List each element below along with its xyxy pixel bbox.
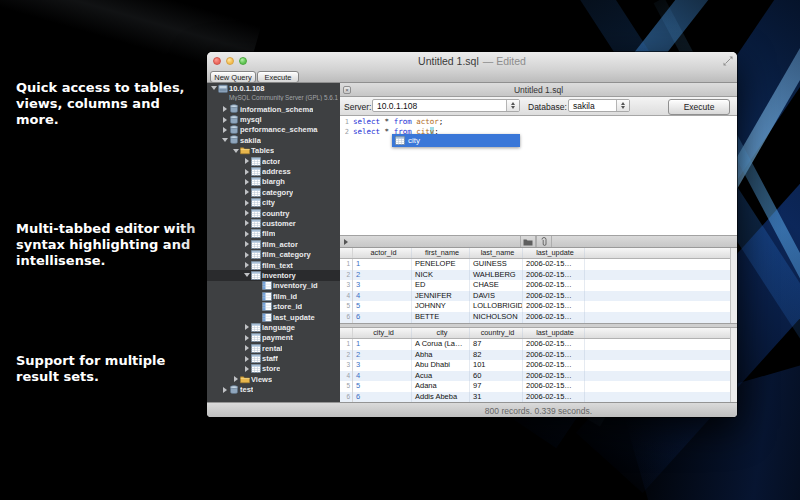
disclosure-triangle[interactable] [243, 365, 251, 373]
disclosure-triangle[interactable] [221, 386, 229, 394]
execute-toolbar-button[interactable]: Execute [257, 71, 299, 83]
table-row[interactable]: 11A Corua (La…872006-02-15… [340, 339, 730, 350]
disclosure-triangle[interactable] [243, 219, 251, 227]
editor-tab-bar[interactable]: × Untitled 1.sql [340, 83, 737, 97]
tree-item-inventory[interactable]: inventory [207, 270, 340, 280]
disclosure-triangle[interactable] [243, 209, 251, 217]
disclosure-triangle[interactable] [243, 230, 251, 238]
column-header-last_update[interactable]: last_update [523, 248, 585, 258]
status-text: 800 records. 0.339 seconds. [340, 406, 737, 416]
table-row[interactable]: 33Abu Dhabi1012006-02-15… [340, 360, 730, 371]
paperclip-icon[interactable] [536, 236, 552, 247]
title-bar[interactable]: Untitled 1.sql — Edited [207, 52, 737, 70]
tab-close-icon[interactable]: × [343, 86, 351, 94]
table-icon [251, 271, 262, 280]
disclosure-triangle[interactable] [221, 136, 229, 144]
autocomplete-item-city[interactable]: city [392, 134, 520, 147]
tree-item-payment[interactable]: payment [207, 333, 340, 343]
disclosure-triangle[interactable] [243, 178, 251, 186]
table-row[interactable]: 44Acua602006-02-15… [340, 371, 730, 382]
disclosure-triangle[interactable] [243, 157, 251, 165]
table-row[interactable]: 66Addis Abeba312006-02-15… [340, 392, 730, 403]
table-row[interactable]: 55Adana972006-02-15… [340, 381, 730, 392]
tree-item-rental[interactable]: rental [207, 343, 340, 353]
fullscreen-icon[interactable] [723, 56, 733, 66]
table-row[interactable]: 44JENNIFERDAVIS2006-02-15… [340, 291, 730, 302]
column-header-city[interactable]: city [412, 328, 470, 338]
tree-item-Tables[interactable]: Tables [207, 146, 340, 156]
disclosure-triangle[interactable] [243, 188, 251, 196]
results-disclosure-triangle[interactable] [344, 239, 348, 245]
disclosure-triangle[interactable] [221, 126, 229, 134]
line-number: 2 [340, 128, 349, 138]
tree-item-film[interactable]: film [207, 229, 340, 239]
disclosure-triangle[interactable] [243, 355, 251, 363]
server-select[interactable]: 10.0.1.108 [372, 99, 520, 112]
tree-item-store[interactable]: store [207, 364, 340, 374]
tree-item-sakila[interactable]: sakila [207, 135, 340, 145]
tree-item-mysql[interactable]: mysql [207, 114, 340, 124]
tree-item-label: city [262, 198, 275, 207]
column-header-city_id[interactable]: city_id [353, 328, 412, 338]
disclosure-triangle[interactable] [232, 375, 240, 383]
tree-item-subtitle: MySQL Community Server (GPL) 5.6.1 [229, 94, 338, 101]
column-header-last_update[interactable]: last_update [523, 328, 585, 338]
tree-item-staff[interactable]: staff [207, 353, 340, 363]
table-row[interactable]: 11PENELOPEGUINESS2006-02-15… [340, 259, 730, 270]
tree-item-city[interactable]: city [207, 198, 340, 208]
table-row[interactable]: 33EDCHASE2006-02-15… [340, 280, 730, 291]
zoom-window-button[interactable] [239, 57, 247, 65]
disclosure-triangle[interactable] [243, 334, 251, 342]
new-query-button[interactable]: New Query [210, 71, 256, 83]
tree-item-information_schema[interactable]: information_schema [207, 104, 340, 114]
disclosure-triangle[interactable] [243, 168, 251, 176]
tree-item-actor[interactable]: actor [207, 156, 340, 166]
minimize-window-button[interactable] [226, 57, 234, 65]
table-cell: 2006-02-15… [523, 259, 585, 270]
table-cell: Addis Abeba [412, 392, 470, 403]
column-header-last_name[interactable]: last_name [470, 248, 523, 258]
tree-item-performance_schema[interactable]: performance_schema [207, 125, 340, 135]
tree-item-test[interactable]: test [207, 385, 340, 395]
disclosure-triangle[interactable] [243, 240, 251, 248]
disclosure-triangle[interactable] [243, 323, 251, 331]
table-cell: LOLLOBRIGIDA [470, 301, 523, 312]
tree-item-Views[interactable]: Views [207, 374, 340, 384]
column-header-actor_id[interactable]: actor_id [353, 248, 412, 258]
execute-query-button[interactable]: Execute [668, 99, 730, 115]
tree-item-film_text[interactable]: film_text [207, 260, 340, 270]
tree-item-category[interactable]: category [207, 187, 340, 197]
table-row[interactable]: 55JOHNNYLOLLOBRIGIDA2006-02-15… [340, 301, 730, 312]
tree-item-inventory_id[interactable]: inventory_id [207, 281, 340, 291]
tree-item-customer[interactable]: customer [207, 218, 340, 228]
export-folder-icon[interactable] [520, 236, 536, 247]
disclosure-triangle[interactable] [243, 271, 251, 279]
tree-item-10.0.1.108[interactable]: 10.0.1.108MySQL Community Server (GPL) 5… [207, 83, 340, 104]
table-row[interactable]: 66BETTENICHOLSON2006-02-15… [340, 312, 730, 323]
disclosure-triangle[interactable] [243, 261, 251, 269]
close-window-button[interactable] [213, 57, 221, 65]
disclosure-triangle[interactable] [243, 251, 251, 259]
tree-item-country[interactable]: country [207, 208, 340, 218]
tree-item-last_update[interactable]: last_update [207, 312, 340, 322]
disclosure-triangle[interactable] [243, 344, 251, 352]
table-row[interactable]: 22NICKWAHLBERG2006-02-15… [340, 270, 730, 281]
disclosure-triangle[interactable] [221, 105, 229, 113]
tree-item-store_id[interactable]: store_id [207, 301, 340, 311]
disclosure-triangle[interactable] [210, 84, 218, 92]
tree-item-language[interactable]: language [207, 322, 340, 332]
tree-item-blargh[interactable]: blargh [207, 177, 340, 187]
disclosure-triangle[interactable] [232, 147, 240, 155]
disclosure-triangle[interactable] [243, 199, 251, 207]
column-header-first_name[interactable]: first_name [412, 248, 470, 258]
column-header-country_id[interactable]: country_id [470, 328, 523, 338]
row-number: 6 [340, 312, 353, 323]
code-line[interactable]: 1select * from actor; [340, 117, 737, 127]
database-select[interactable]: sakila [568, 99, 630, 112]
table-row[interactable]: 22Abha822006-02-15… [340, 350, 730, 361]
tree-item-address[interactable]: address [207, 166, 340, 176]
tree-item-film_id[interactable]: film_id [207, 291, 340, 301]
tree-item-film_actor[interactable]: film_actor [207, 239, 340, 249]
disclosure-triangle[interactable] [221, 116, 229, 124]
tree-item-film_category[interactable]: film_category [207, 249, 340, 259]
